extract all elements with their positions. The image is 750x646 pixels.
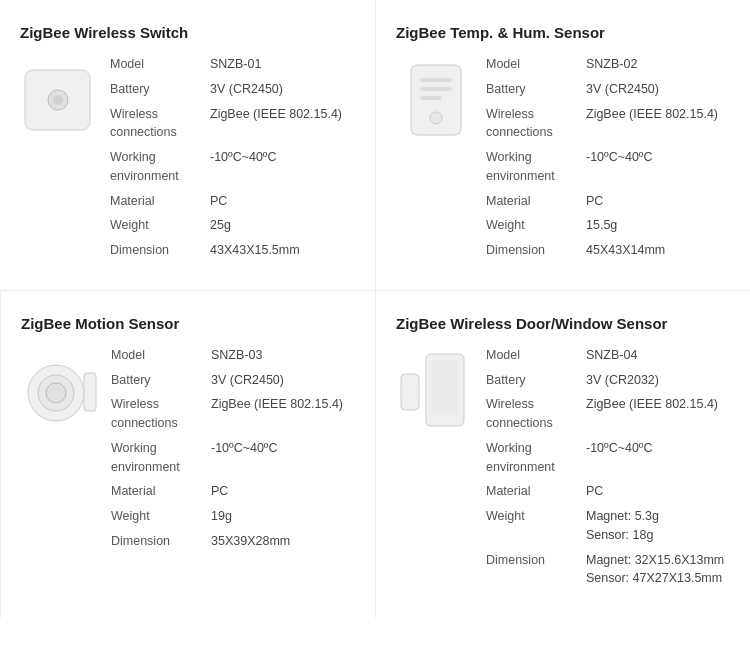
product-image-temp — [396, 55, 476, 145]
svg-point-7 — [430, 112, 442, 124]
product-temp: ZigBee Temp. & Hum. Sensor ModelSNZB-02 … — [375, 0, 750, 291]
svg-rect-13 — [431, 360, 459, 415]
product-title-door: ZigBee Wireless Door/Window Sensor — [396, 315, 730, 332]
product-motion: ZigBee Motion Sensor ModelSNZB-03 Batter… — [0, 291, 375, 618]
svg-point-2 — [53, 95, 63, 105]
products-grid: ZigBee Wireless Switch ModelSNZB-01 Batt… — [0, 0, 750, 618]
product-image-motion — [21, 346, 101, 436]
product-door: ZigBee Wireless Door/Window Sensor Model… — [375, 291, 750, 618]
product-switch: ZigBee Wireless Switch ModelSNZB-01 Batt… — [0, 0, 375, 291]
svg-rect-6 — [420, 96, 442, 100]
specs-door: ModelSNZB-04 Battery3V (CR2032) Wireless… — [486, 346, 730, 594]
svg-point-10 — [46, 383, 66, 403]
svg-rect-14 — [401, 374, 419, 410]
svg-rect-5 — [420, 87, 452, 91]
product-title-motion: ZigBee Motion Sensor — [21, 315, 355, 332]
specs-motion: ModelSNZB-03 Battery3V (CR2450) Wireless… — [111, 346, 355, 557]
svg-rect-11 — [84, 373, 96, 411]
specs-switch: ModelSNZB-01 Battery3V (CR2450) Wireless… — [110, 55, 355, 266]
svg-rect-4 — [420, 78, 452, 82]
product-image-switch — [20, 55, 100, 145]
product-title-temp: ZigBee Temp. & Hum. Sensor — [396, 24, 730, 41]
product-title-switch: ZigBee Wireless Switch — [20, 24, 355, 41]
product-image-door — [396, 346, 476, 436]
specs-temp: ModelSNZB-02 Battery3V (CR2450) Wireless… — [486, 55, 730, 266]
